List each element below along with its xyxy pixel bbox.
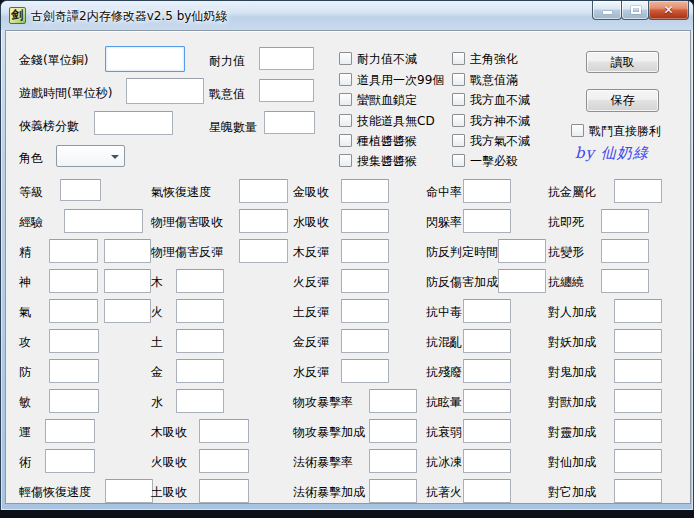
checkbox-stamina-no-decrease[interactable] xyxy=(339,52,352,65)
stat-input-c2-r6[interactable] xyxy=(176,359,224,383)
stat-input-c2-r4[interactable] xyxy=(176,299,224,323)
character-select[interactable] xyxy=(56,145,125,167)
read-button[interactable]: 讀取 xyxy=(586,51,659,73)
checkbox-protagonist-boost[interactable] xyxy=(452,52,465,65)
stat-input-c1-r7[interactable] xyxy=(49,389,99,413)
stat-label-c2-r8: 木吸收 xyxy=(151,424,187,440)
stat-input-c1-r0[interactable] xyxy=(60,179,101,201)
stat-input-c2-r3[interactable] xyxy=(176,269,224,293)
stat-label-c5-r3: 抗纏繞 xyxy=(548,274,584,290)
checkbox-label-ally-spirit-no-decrease: 我方神不減 xyxy=(470,113,530,129)
checkbox-one-hit-kill[interactable] xyxy=(452,154,465,167)
title-bar[interactable]: 剑 古劍奇譚2内存修改器v2.5 by仙奶綠 ✕ xyxy=(1,1,693,30)
checkbox-monster-hp-lock[interactable] xyxy=(339,93,352,106)
war-intent-input[interactable] xyxy=(259,79,314,102)
stat-input-c1-r1[interactable] xyxy=(64,209,143,233)
stat-label-c3-r0: 金吸收 xyxy=(293,184,329,200)
stat-input-c2-r7[interactable] xyxy=(176,389,224,413)
stat-input-c4-r3[interactable] xyxy=(498,269,546,293)
stat-input-c1-r6[interactable] xyxy=(49,359,99,383)
stat-label-c3-r9: 法術暴擊率 xyxy=(293,454,353,470)
stat-label-c2-r0: 氣恢復速度 xyxy=(151,184,211,200)
stat-input-c4-r1[interactable] xyxy=(463,209,511,233)
stat-input-c3-r7[interactable] xyxy=(369,389,417,413)
stat-input-c4-r6[interactable] xyxy=(463,359,511,383)
stamina-input[interactable] xyxy=(259,47,314,70)
app-window: 剑 古劍奇譚2内存修改器v2.5 by仙奶綠 ✕ 金錢(單位銅)耐力值遊戲時間(… xyxy=(0,0,694,510)
stat-input-c1-r5[interactable] xyxy=(49,329,99,353)
stat-input-c1-r4b[interactable] xyxy=(104,299,151,323)
star-soul-input[interactable] xyxy=(264,111,315,134)
stat-label-c5-r8: 對靈加成 xyxy=(548,424,596,440)
stat-label-c1-r10: 輕傷恢復速度 xyxy=(19,484,91,500)
stat-input-c1-r2b[interactable] xyxy=(104,239,151,263)
stat-input-c3-r6[interactable] xyxy=(341,359,389,383)
checkbox-skill-item-no-cd[interactable] xyxy=(339,114,352,127)
checkbox-war-intent-full[interactable] xyxy=(452,73,465,86)
stat-input-c4-r9[interactable] xyxy=(463,449,511,473)
stat-input-c5-r6[interactable] xyxy=(614,359,662,383)
stat-input-c1-r8[interactable] xyxy=(45,419,95,443)
checkbox-ally-spirit-no-decrease[interactable] xyxy=(452,114,465,127)
stat-input-c3-r4[interactable] xyxy=(341,299,389,323)
stat-input-c1-r3[interactable] xyxy=(49,269,98,293)
stat-input-c5-r1[interactable] xyxy=(601,209,649,233)
checkbox-collect-monkey[interactable] xyxy=(339,154,352,167)
stat-input-c2-r9[interactable] xyxy=(199,449,249,473)
checkbox-ally-hp-no-decrease[interactable] xyxy=(452,93,465,106)
stat-label-c3-r10: 法術暴擊加成 xyxy=(293,484,365,500)
battle-win-checkbox[interactable] xyxy=(571,124,584,137)
maximize-icon xyxy=(631,6,641,14)
stat-input-c3-r0[interactable] xyxy=(341,179,389,203)
checkbox-ally-qi-no-decrease[interactable] xyxy=(452,134,465,147)
stat-input-c4-r8[interactable] xyxy=(463,419,511,443)
stat-input-c1-r3b[interactable] xyxy=(104,269,151,293)
stat-input-c4-r2[interactable] xyxy=(498,239,546,263)
stat-label-c5-r5: 對妖加成 xyxy=(548,334,596,350)
stat-input-c1-r2[interactable] xyxy=(49,239,98,263)
stat-input-c2-r2[interactable] xyxy=(239,239,288,263)
stat-input-c3-r8[interactable] xyxy=(369,419,417,443)
stat-input-c5-r8[interactable] xyxy=(614,419,662,443)
checkbox-item-use-99[interactable] xyxy=(339,73,352,86)
save-button[interactable]: 保存 xyxy=(586,89,659,112)
stat-input-c5-r2[interactable] xyxy=(601,239,649,263)
stat-label-c1-r1: 經驗 xyxy=(19,214,43,230)
stat-input-c4-r5[interactable] xyxy=(463,329,511,353)
stat-input-c3-r1[interactable] xyxy=(341,209,389,233)
stat-input-c1-r10[interactable] xyxy=(105,479,153,503)
stat-input-c5-r4[interactable] xyxy=(614,299,662,323)
stat-input-c2-r8[interactable] xyxy=(199,419,249,443)
stat-input-c3-r9[interactable] xyxy=(369,449,417,473)
stat-input-c2-r1[interactable] xyxy=(239,209,288,233)
stat-input-c3-r10[interactable] xyxy=(369,479,417,503)
stat-input-c5-r0[interactable] xyxy=(614,179,662,203)
stat-input-c4-r0[interactable] xyxy=(463,179,511,203)
stat-input-c2-r10[interactable] xyxy=(199,479,249,503)
stat-input-c2-r0[interactable] xyxy=(239,179,288,203)
stat-input-c3-r5[interactable] xyxy=(341,329,389,353)
stat-input-c4-r7[interactable] xyxy=(463,389,511,413)
stat-input-c5-r5[interactable] xyxy=(614,329,662,353)
stat-input-c3-r3[interactable] xyxy=(341,269,389,293)
close-button[interactable]: ✕ xyxy=(648,1,689,20)
checkbox-plant-monkey[interactable] xyxy=(339,134,352,147)
stat-input-c4-r4[interactable] xyxy=(463,299,511,323)
stat-input-c4-r10[interactable] xyxy=(463,479,511,503)
stat-input-c2-r5[interactable] xyxy=(176,329,224,353)
stat-label-c5-r0: 抗金屬化 xyxy=(548,184,596,200)
stat-label-c2-r3: 木 xyxy=(151,274,163,290)
stat-input-c1-r9[interactable] xyxy=(45,449,95,473)
maximize-button[interactable] xyxy=(621,1,649,20)
stat-input-c5-r9[interactable] xyxy=(614,449,662,473)
stat-input-c5-r7[interactable] xyxy=(614,389,662,413)
money-input[interactable] xyxy=(105,46,185,72)
stat-input-c3-r2[interactable] xyxy=(341,239,389,263)
minimize-button[interactable] xyxy=(592,1,622,20)
stat-input-c5-r10[interactable] xyxy=(614,479,662,503)
game-time-input[interactable] xyxy=(126,78,204,104)
stat-input-c5-r3[interactable] xyxy=(601,269,649,293)
stat-input-c1-r4[interactable] xyxy=(49,299,98,323)
checkbox-label-plant-monkey: 種植醬醬猴 xyxy=(357,133,417,149)
chivalry-input[interactable] xyxy=(94,111,173,135)
